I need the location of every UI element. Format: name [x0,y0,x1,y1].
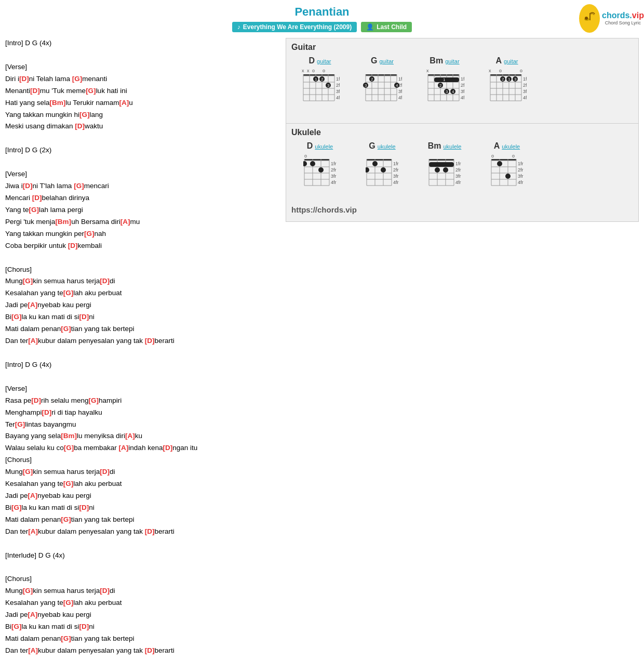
svg-text:2fr: 2fr [461,83,464,88]
verse3-line2: Menghampi[D]ri di tiap hayalku [5,407,280,418]
chorus1-line6: Dan ter[A]kubur dalam penyesalan yang ta… [5,336,280,347]
spacer8 [5,538,280,549]
logo: chords.vip Chord Song Lyric [579,3,636,34]
verse1-line3: Hati yang sela[Bm]lu Terukir namam[A]u [5,98,280,109]
svg-text:1fr: 1fr [523,76,527,82]
svg-text:1fr: 1fr [331,161,337,166]
svg-text:2fr: 2fr [523,83,527,88]
intro-2: [Intro] D G (2x) [5,145,280,156]
chorus3-line4: Bi[G]la ku kan mati di si[D]ni [5,622,280,632]
svg-text:4fr: 4fr [461,95,464,100]
svg-text:1fr: 1fr [393,161,399,166]
svg-text:3fr: 3fr [518,174,524,179]
chorus2-line5: Mati dalam penan[G]tian yang tak bertepi [5,514,280,525]
svg-text:1fr: 1fr [398,76,402,82]
verse2-line5: Yang takkan mungkin per[G]nah [5,229,280,240]
interlude: [Interlude] D G (4x) [5,550,280,561]
svg-text:3fr: 3fr [393,174,399,179]
chord-D-ukulele-diagram: o 1fr 2fr 3fr [303,152,337,199]
logo-icon [579,4,600,33]
svg-text:x: x [426,68,429,73]
album-badge[interactable]: ♪ Everything We Are Everything (2009) [232,22,357,32]
verse3-line3: Ter[G]lintas bayangmu [5,419,280,430]
verse1-line1: Diri i[D]ni Telah lama [G]menanti [5,74,280,85]
guitar-chord-section: Guitar D guitar x x o o [286,38,639,124]
chord-site-url: https://chords.vip [291,203,633,216]
svg-text:3fr: 3fr [461,89,464,94]
music-icon: ♪ [237,23,240,31]
svg-text:2fr: 2fr [393,167,399,173]
svg-rect-69 [434,77,459,82]
verse2-line6: Coba berpikir untuk [D]kembali [5,241,280,252]
svg-point-118 [310,161,315,166]
svg-text:x: x [489,68,491,73]
svg-text:4fr: 4fr [523,95,527,100]
svg-text:3fr: 3fr [455,174,461,179]
badge-container: ♪ Everything We Are Everything (2009) 👤 … [0,22,644,32]
svg-text:4: 4 [452,89,454,94]
verse3-label: [Verse] [5,384,280,394]
page-header: Penantian ♪ Everything We Are Everything… [0,0,644,35]
spacer5 [5,348,280,359]
svg-text:1: 1 [315,77,317,82]
svg-text:o: o [323,68,325,73]
intro-3: [Intro] D G (4x) [5,360,280,371]
person-icon: 👤 [366,23,374,31]
svg-text:3fr: 3fr [336,89,340,94]
svg-point-153 [443,167,448,173]
svg-text:x: x [302,68,304,73]
chord-Bm-guitar-diagram: x 1fr 2fr [425,67,464,114]
verse1-line2: Menanti[D]mu 'Tuk meme[G]luk hati ini [5,86,280,97]
chorus3-line1: Mung[G]kin semua harus terja[D]di [5,586,280,597]
svg-text:4fr: 4fr [393,180,399,185]
svg-text:x: x [307,68,310,73]
verse2-line1: Jiwa i[D]ni T'lah lama [G]mencari [5,181,280,192]
chord-Bm-ukulele-diagram: 1fr 2fr 3fr 4fr [428,152,462,199]
svg-text:2fr: 2fr [518,167,524,173]
svg-text:4fr: 4fr [455,180,461,185]
chord-A-ukulele-diagram: o o 1fr 2fr 3fr [490,152,524,199]
chord-G-ukulele-diagram: 1fr 2fr 3fr 4fr [366,152,399,199]
chorus1-line3: Jadi pe[A]nyebab kau pergi [5,300,280,311]
svg-point-117 [303,161,307,166]
chorus1-line2: Kesalahan yang te[G]lah aku perbuat [5,288,280,299]
svg-text:o: o [512,153,515,159]
chord-A-ukulele: A ukulele o o [478,141,535,199]
verse2-label: [Verse] [5,169,280,180]
svg-text:4fr: 4fr [518,180,524,185]
chorus1-line5: Mati dalam penan[G]tian yang tak bertepi [5,324,280,335]
chorus2-line4: Bi[G]la ku kan mati di si[D]ni [5,503,280,513]
svg-text:2fr: 2fr [331,167,337,173]
verse2-line2: Mencari [D]belahan dirinya [5,193,280,204]
svg-text:o: o [312,68,315,73]
artist-badge[interactable]: 👤 Last Child [361,22,412,32]
svg-text:2: 2 [321,77,324,82]
svg-rect-2 [589,13,591,20]
svg-point-136 [381,167,386,173]
verse3-line5: Walau selalu ku co[G]ba membakar [A]inda… [5,443,280,454]
chord-D-guitar-diagram: x x o o [301,67,340,114]
spacer9 [5,562,280,573]
chord-A-guitar-diagram: x o o 1f [488,67,527,114]
svg-text:o: o [491,153,494,159]
chorus3-line6: Dan ter[A]kubur dalam penyesalan yang ta… [5,645,280,656]
verse2-line4: Pergi 'tuk menja[Bm]uh Bersama diri[A]mu [5,217,280,228]
svg-text:4: 4 [396,83,398,88]
spacer10 [5,657,280,660]
chorus1-line4: Bi[G]la ku kan mati di si[D]ni [5,312,280,323]
lyrics-column: [Intro] D G (4x) [Verse] Diri i[D]ni Tel… [3,35,283,660]
svg-point-135 [366,167,369,173]
chord-D-guitar: D guitar x x o o [291,56,348,114]
svg-text:2: 2 [502,77,504,82]
svg-text:1: 1 [443,77,446,82]
svg-text:4fr: 4fr [336,95,340,100]
chorus3-label: [Chorus] [5,574,280,585]
verse3-line1: Rasa pe[D]rih selalu meng[G]hampiri [5,395,280,406]
chorus2-line2: Kesalahan yang te[G]lah aku perbuat [5,479,280,490]
svg-point-134 [372,161,378,166]
svg-text:1fr: 1fr [455,161,461,166]
svg-text:3fr: 3fr [398,89,402,94]
svg-text:2fr: 2fr [455,167,461,173]
spacer [5,50,280,61]
chord-G-guitar: G guitar [354,56,411,114]
